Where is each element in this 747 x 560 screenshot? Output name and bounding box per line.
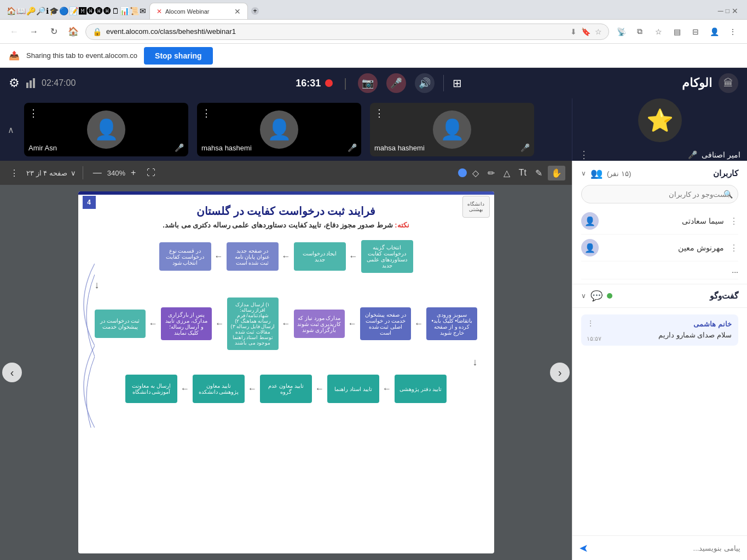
pdf-next-button[interactable]: ›: [550, 363, 570, 382]
participant-menu-1[interactable]: ⋮: [28, 107, 38, 119]
participant-card-3: 👤 ⋮ mahsa hashemi 🎤: [370, 103, 534, 156]
arrow-6: ←: [282, 319, 291, 329]
collapse-chevron[interactable]: ∨: [71, 169, 76, 177]
user-options-2[interactable]: ⋮: [729, 243, 738, 253]
mic-toggle-button[interactable]: 🎤: [386, 73, 406, 93]
process-box-15: ارسال به معاونت آموزشی دانشگاه: [125, 375, 177, 403]
text-tool[interactable]: Tt: [516, 166, 530, 180]
pdf-menu-btn[interactable]: ⋮: [7, 166, 22, 180]
window-maximize[interactable]: □: [726, 7, 729, 15]
participant-menu-2[interactable]: ⋮: [201, 107, 211, 119]
home-button[interactable]: 🏠: [66, 24, 81, 39]
app-container: ⚙ 02:47:00 16:31 | 📷 🎤 🔊 ⊞ الوکام 🏛: [0, 68, 747, 560]
volume-button[interactable]: 🔊: [415, 73, 435, 93]
color-picker[interactable]: [458, 168, 467, 177]
eraser-tool[interactable]: ◇: [469, 166, 482, 180]
settings-icon[interactable]: ⚙: [9, 76, 20, 90]
pen-tool[interactable]: ✏: [484, 166, 498, 180]
back-button[interactable]: ←: [7, 24, 22, 39]
slide-top-bar: [78, 191, 494, 195]
right-panel-top: ⭐ امیر اصنافی 🎤 ⋮: [572, 98, 747, 161]
arrow-4: ←: [414, 319, 423, 329]
users-collapse-icon[interactable]: ∨: [581, 170, 586, 177]
window-minimize[interactable]: ─: [718, 7, 723, 15]
favorites-icon[interactable]: ☆: [651, 24, 666, 39]
tab-close-icon[interactable]: ✕: [234, 7, 241, 16]
participants-row: ∧ 👤 ⋮ Amir Asn 🎤 👤 ⋮ mahsa hashemi 🎤 👤 ⋮…: [0, 98, 572, 161]
message-text: سلام صدای شمارو داریم: [588, 330, 732, 340]
right-participant-avatar: ⭐: [638, 98, 682, 142]
window-close[interactable]: ✕: [732, 7, 738, 15]
user-avatar-2: 👤: [581, 239, 599, 256]
current-time: 16:31: [296, 78, 321, 89]
app-logo: الوکام: [682, 76, 712, 90]
message-time: ۱۵:۵۷: [587, 335, 601, 342]
menu-icon[interactable]: ⋮: [725, 24, 740, 39]
chat-collapse-icon[interactable]: ∨: [581, 292, 586, 300]
pdf-viewer: 4 دانشگاهبهشتی فرایند ثبت درخواست کفایت …: [0, 185, 572, 560]
slide-number: 4: [83, 196, 96, 209]
cast-icon[interactable]: 📡: [613, 24, 629, 39]
users-count: (۱۵ نفر): [607, 170, 631, 178]
arrow-8: ←: [149, 319, 158, 329]
chat-input[interactable]: [593, 544, 740, 552]
share-icon[interactable]: ⧉: [632, 24, 647, 39]
user-search-input[interactable]: [581, 185, 738, 203]
page-label: صفحه ۴ از ۲۳: [26, 169, 67, 177]
slide-note: نکته: شرط صدور مجوز دفاع، تایید کفایت دس…: [95, 221, 478, 229]
fullscreen-btn[interactable]: ⛶: [143, 166, 159, 180]
stop-sharing-button[interactable]: Stop sharing: [144, 47, 213, 65]
zoom-out-btn[interactable]: —: [90, 166, 105, 180]
refresh-button[interactable]: ↻: [46, 24, 61, 39]
tab-add-btn[interactable]: +: [251, 7, 259, 15]
zoom-in-btn[interactable]: +: [128, 166, 139, 180]
active-tab[interactable]: ✕ Alocom Webinar ✕: [149, 3, 248, 19]
user-item-2: ⋮ مهرنوش معین 👤: [581, 235, 738, 261]
process-box-11: تایید دفتر پژوهشی: [395, 375, 447, 403]
collapse-panel-btn[interactable]: ∧: [4, 103, 18, 156]
signal-bars-icon: [26, 78, 35, 88]
participant-name-2: mahsa hashemi: [201, 144, 252, 152]
process-row-2: سیویز ورودی باتقاضا• کلیک باید• کرده و ا…: [95, 298, 478, 350]
process-box-7: مدارک مورد نیاز که کارپذیری ثبت شوند بار…: [294, 310, 345, 338]
tab-label: Alocom Webinar: [165, 8, 231, 15]
pdf-prev-button[interactable]: ‹: [2, 363, 22, 382]
save-icon[interactable]: 🔖: [581, 27, 590, 36]
process-box-5: سیویز ورودی باتقاضا• کلیک باید• کرده و ا…: [426, 307, 477, 340]
pencil-tool[interactable]: ✎: [532, 166, 546, 180]
participant-avatar-3: 👤: [433, 110, 471, 149]
pdf-area: ⋮ ∨ صفحه ۴ از ۲۳ — 340% + ⛶ ◇ ✏ △ Tt: [0, 161, 572, 560]
process-box-10: ثبت درخواست در پیشخوان خدمت: [95, 310, 146, 338]
hand-tool[interactable]: ✋: [548, 166, 565, 180]
shape-tool[interactable]: △: [500, 166, 513, 180]
message-options[interactable]: ⋮: [587, 319, 594, 328]
chat-panel-icon: 💬: [590, 290, 603, 302]
collections-icon[interactable]: ▤: [669, 24, 685, 39]
process-row-3: تایید دفتر پژوهشی ← تایید استاد راهنما ←…: [95, 375, 478, 403]
split-icon[interactable]: ⊟: [688, 24, 703, 39]
process-box-2: ایجاد درخواست جدید: [294, 242, 346, 271]
toolbar-separator: [83, 166, 83, 179]
camera-toggle-button[interactable]: 📷: [358, 73, 378, 93]
layout-grid-icon[interactable]: ⊞: [453, 77, 462, 90]
users-section: ∨ 👥 (۱۵ نفر) کاربران 🔍 ⋮ سیما سعادتی 👤: [572, 161, 747, 284]
star-icon[interactable]: ☆: [595, 27, 602, 36]
download-icon[interactable]: ⬇: [570, 27, 577, 36]
participant-menu-3[interactable]: ⋮: [374, 107, 384, 119]
forward-button[interactable]: →: [26, 24, 42, 39]
arrow-1: ←: [349, 252, 358, 261]
down-arrow-2: ↓: [95, 357, 478, 368]
user-options-1[interactable]: ⋮: [729, 216, 738, 226]
send-button[interactable]: ➤: [579, 541, 588, 555]
right-participant-options[interactable]: ⋮: [579, 149, 589, 161]
address-bar[interactable]: 🔒 event.alocom.co/class/beheshti/webinar…: [85, 24, 609, 40]
right-participant-mute-icon: 🎤: [688, 150, 697, 159]
topbar-right: الوکام 🏛: [682, 73, 738, 93]
right-participant-name: امیر اصنافی: [702, 150, 740, 159]
right-participant-info: امیر اصنافی 🎤 ⋮: [572, 149, 747, 161]
recording-indicator: [325, 79, 333, 87]
profile-icon[interactable]: 👤: [707, 24, 722, 39]
users-section-title: کاربران: [635, 168, 738, 178]
browser-toolbar-icons: 📡 ⧉ ☆ ▤ ⊟ 👤 ⋮: [613, 24, 740, 39]
down-arrow-1: ↓: [95, 279, 478, 291]
